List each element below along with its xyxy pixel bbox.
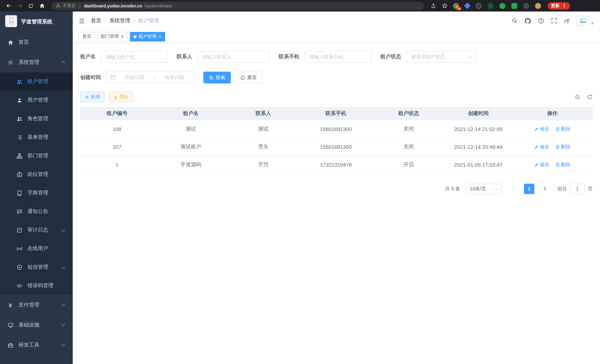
forward-icon[interactable] (15, 1, 25, 10)
breadcrumb-separator: / (134, 18, 135, 24)
sidebar-item-infrastructure[interactable]: 基础设施 (0, 315, 73, 335)
extension-icon-colorful[interactable]: 10 (453, 3, 459, 9)
sidebar-item-label: 短信管理 (28, 264, 48, 271)
back-icon[interactable] (4, 1, 13, 10)
yen-icon: ¥ (7, 302, 13, 308)
extension-icon-dark[interactable] (523, 3, 529, 9)
edit-link[interactable]: 修改 (534, 161, 549, 168)
cell-status: 开启 (373, 156, 445, 174)
sidebar-item-audit-log[interactable]: 审计日志 (0, 221, 73, 239)
tab-tenant[interactable]: 租户管理× (130, 32, 165, 41)
extension-icon-globe[interactable] (476, 3, 482, 9)
tab-home[interactable]: 首页 (79, 32, 95, 41)
github-icon[interactable] (525, 18, 531, 24)
status-select[interactable]: 请选择租户状态 (406, 51, 476, 63)
page-size-select[interactable]: 10条/页 (466, 184, 502, 194)
next-page-button[interactable] (539, 184, 549, 194)
tab-label: 首页 (82, 33, 91, 40)
status-label: 租户状态 (380, 53, 401, 60)
add-button-label: 新增 (91, 94, 100, 100)
cell-tenant-name: 测试 (154, 120, 228, 138)
refresh-table-icon[interactable] (587, 94, 593, 100)
close-icon[interactable]: × (121, 34, 124, 39)
share-icon[interactable] (429, 1, 438, 10)
add-button[interactable]: 新增 (80, 92, 105, 102)
help-icon[interactable] (538, 18, 544, 24)
cell-tenant-id: 108 (80, 120, 154, 138)
cell-created: 2021-12-14 20:49:44 (445, 138, 512, 156)
sidebar-item-label: 部门管理 (28, 152, 48, 159)
sidebar-item-payment[interactable]: ¥ 支付管理 (0, 295, 73, 315)
address-bar[interactable]: 不安全 dashboard.yudao.iocoder.cn/system/te… (51, 2, 424, 10)
sidebar-item-online-users[interactable]: 在线用户 (0, 239, 73, 258)
edit-link[interactable]: 修改 (534, 126, 549, 132)
sidebar-item-label: 角色管理 (28, 115, 48, 122)
export-button[interactable]: 导出 (109, 92, 133, 102)
search-button[interactable]: 搜索 (203, 72, 231, 84)
fullscreen-icon[interactable] (551, 18, 557, 24)
phone-input[interactable] (305, 51, 371, 63)
date-range-picker[interactable]: 开始日期 - 结束日期 (106, 72, 194, 84)
cell-created: 2021-12-14 21:02:09 (445, 120, 512, 138)
sidebar-item-error-code[interactable]: 错误码管理 (0, 276, 73, 295)
extension-icon-darkgreen[interactable] (488, 3, 494, 9)
tab-dept[interactable]: 部门管理× (97, 32, 127, 41)
delete-link[interactable]: 删除 (555, 144, 571, 150)
export-button-label: 导出 (120, 94, 128, 100)
sidebar-item-dict[interactable]: 字典管理 (0, 184, 73, 202)
reset-button[interactable]: 重置 (235, 72, 262, 84)
avatar-image (577, 16, 589, 26)
breadcrumb-home[interactable]: 首页 (91, 18, 101, 24)
extension-icon-blue[interactable] (464, 2, 471, 9)
font-size-icon[interactable]: TT (564, 18, 570, 24)
sidebar-item-label: 菜单管理 (28, 134, 48, 141)
sidebar-item-sms[interactable]: 短信管理 (0, 258, 73, 276)
bookmark-star-icon[interactable] (440, 1, 449, 10)
sidebar-item-role[interactable]: 角色管理 (0, 110, 73, 128)
sidebar-item-label: 用户管理 (28, 97, 48, 103)
breadcrumb-section[interactable]: 系统管理 (110, 18, 130, 24)
chevron-down-icon (61, 342, 65, 346)
sidebar-item-post[interactable]: 岗位管理 (0, 165, 73, 184)
main-area: 首页 / 系统管理 / 租户管理 TT ▼ (73, 11, 600, 364)
user-avatar[interactable]: ▼ (577, 16, 594, 26)
sidebar-item-dev-tools[interactable]: 研发工具 (0, 335, 73, 355)
sidebar-item-tenant[interactable]: 租户管理 (0, 72, 73, 91)
browser-update-button[interactable]: 更新⋮ (548, 2, 570, 9)
home-nav-icon[interactable] (37, 1, 47, 10)
broadcast-icon (16, 246, 22, 251)
sidebar-item-home[interactable]: 首页 (0, 32, 73, 52)
delete-link[interactable]: 删除 (555, 161, 571, 168)
col-header-contact: 联系人 (228, 107, 299, 120)
code-icon (16, 283, 22, 289)
refresh-icon[interactable] (26, 1, 36, 10)
url-path: /system/tenant (144, 3, 172, 8)
extension-icon-greensquare[interactable] (511, 3, 517, 9)
prev-page-button[interactable] (509, 184, 519, 194)
edit-link[interactable]: 修改 (534, 144, 549, 150)
browser-menu-icon[interactable]: ⋮ (562, 3, 567, 9)
page-number-1[interactable]: 1 (524, 184, 534, 194)
sidebar-item-menu[interactable]: 菜单管理 (0, 128, 73, 147)
cell-actions: 修改 删除 (512, 138, 593, 156)
delete-link[interactable]: 删除 (555, 126, 571, 132)
profile-avatar[interactable] (535, 3, 541, 9)
table-row: 108 测试 测试 15601691300 关闭 2021-12-14 21:0… (80, 120, 593, 138)
sidebar-item-notice[interactable]: 通知公告 (0, 202, 73, 221)
toggle-search-icon[interactable] (575, 94, 580, 100)
goto-page-input[interactable] (570, 184, 585, 194)
sidebar-item-dept[interactable]: 部门管理 (0, 147, 73, 165)
contact-input[interactable] (197, 51, 270, 63)
sidebar-item-system[interactable]: 系统管理 (0, 52, 73, 72)
close-icon[interactable]: × (159, 34, 161, 39)
tenant-name-input[interactable] (101, 51, 168, 63)
filter-tenant-name: 租户名 (80, 51, 168, 63)
extension-icon-green[interactable] (499, 3, 505, 9)
sidebar-item-user[interactable]: 用户管理 (0, 91, 73, 110)
filter-phone: 联系手机 (279, 51, 371, 63)
table-row: 107 测试租户 秃头 15601691300 关闭 2021-12-14 20… (80, 138, 593, 156)
search-icon[interactable] (512, 18, 518, 24)
sidebar-item-label: 字典管理 (28, 190, 48, 196)
sidebar-collapse-icon[interactable] (79, 18, 85, 24)
logo[interactable]: 芋道管理系统 (0, 11, 73, 32)
